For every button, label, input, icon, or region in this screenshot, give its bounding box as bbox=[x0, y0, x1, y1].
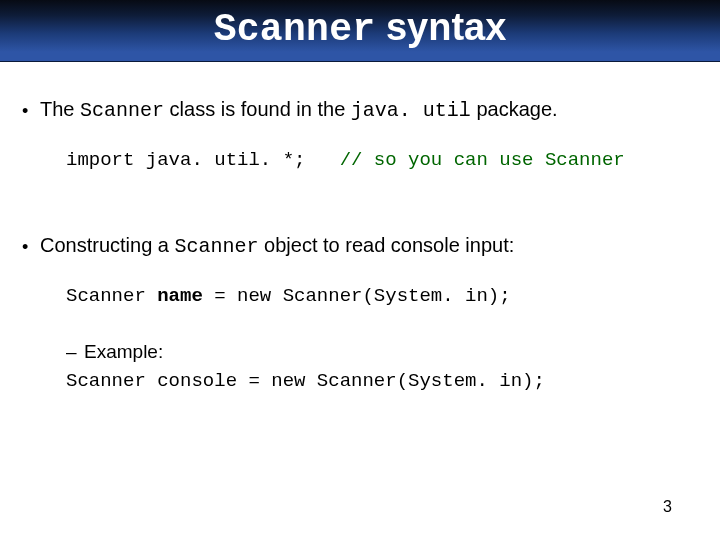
dash-icon bbox=[66, 339, 84, 365]
title-code: Scanner bbox=[214, 8, 376, 51]
b2-pre: Constructing a bbox=[40, 234, 175, 256]
code-import-stmt: import java. util. *; bbox=[66, 149, 340, 171]
b2-code: Scanner bbox=[175, 235, 259, 258]
b1-code2: java. util bbox=[351, 99, 471, 122]
sub-code: Scanner console = new Scanner(System. in… bbox=[66, 369, 698, 395]
code2-name: name bbox=[157, 285, 203, 307]
slide-content: The Scanner class is found in the java. … bbox=[0, 62, 720, 395]
sub-bullet: Example: Scanner console = new Scanner(S… bbox=[66, 339, 698, 394]
b1-code1: Scanner bbox=[80, 99, 164, 122]
bullet-dot-icon bbox=[22, 232, 40, 260]
bullet-dot-icon bbox=[22, 96, 40, 124]
code2-p2: = new Scanner(System. in); bbox=[203, 285, 511, 307]
title-band: Scanner syntax bbox=[0, 0, 720, 62]
b1-mid: class is found in the bbox=[164, 98, 351, 120]
b2-post: object to read console input: bbox=[259, 234, 515, 256]
page-number: 3 bbox=[663, 498, 672, 516]
b1-post: package. bbox=[471, 98, 558, 120]
bullet-2: Constructing a Scanner object to read co… bbox=[22, 232, 698, 260]
bullet-2-text: Constructing a Scanner object to read co… bbox=[40, 232, 698, 260]
sub-label: Example: bbox=[84, 341, 163, 362]
b1-pre: The bbox=[40, 98, 80, 120]
bullet-1: The Scanner class is found in the java. … bbox=[22, 96, 698, 124]
code-import: import java. util. *; // so you can use … bbox=[66, 148, 698, 174]
slide-title: Scanner syntax bbox=[0, 6, 720, 51]
title-rest: syntax bbox=[375, 6, 506, 48]
code-import-comment: // so you can use Scanner bbox=[340, 149, 625, 171]
code2-p1: Scanner bbox=[66, 285, 157, 307]
slide: Scanner syntax The Scanner class is foun… bbox=[0, 0, 720, 540]
bullet-1-text: The Scanner class is found in the java. … bbox=[40, 96, 698, 124]
code-construct: Scanner name = new Scanner(System. in); bbox=[66, 284, 698, 310]
